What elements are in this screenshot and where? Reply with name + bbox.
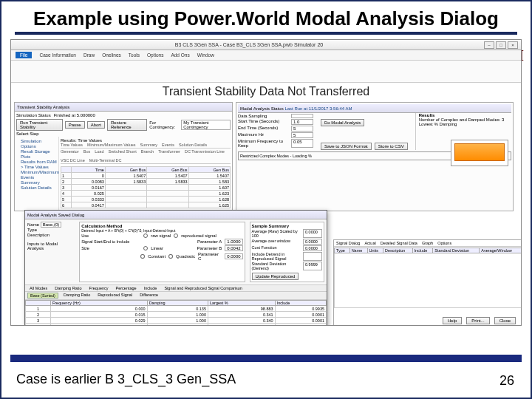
- ribbon-tab-draw[interactable]: Draw: [83, 52, 95, 58]
- ribbon-tab-case[interactable]: Case Information: [39, 52, 76, 58]
- modal-left-fields: Name Base,(0) Type Description Inputs to…: [27, 222, 75, 282]
- sim-status-label: Simulation Status: [16, 113, 51, 117]
- close-button[interactable]: ×: [508, 41, 518, 49]
- tree-item[interactable]: Summary: [16, 180, 57, 185]
- titlebar-text: B3 CLS 3Gen SSA - Case B3_CLS 3Gen SSA.p…: [14, 42, 484, 47]
- sample-summary-header: Sample Summary: [252, 224, 322, 228]
- modal-dialog-title: Modal Analysis Saved Dialog: [25, 211, 327, 219]
- ribbon-tabs: File Case Information Draw Onelines Tool…: [11, 50, 521, 61]
- powerworld-app-window: B3 CLS 3Gen SSA - Case B3_CLS 3Gen SSA.p…: [10, 39, 522, 326]
- timing-panel-title: Modal Analysis Status Last Run at 11/1/2…: [238, 104, 511, 113]
- modal-analysis-panel: Modal Analysis Status Last Run at 11/1/2…: [236, 102, 514, 211]
- timing-actions: Do Modal Analysis Save to JSON Format St…: [321, 113, 408, 150]
- tree-item[interactable]: Plots: [16, 154, 57, 159]
- for-contingency-label: For Contingency:: [149, 120, 179, 129]
- ribbon-body: [11, 61, 521, 83]
- signal-panel-tabs[interactable]: Signal DialogActualDetailed Signal DataG…: [334, 240, 522, 247]
- run-transient-button[interactable]: Run Transient Stability: [16, 119, 63, 131]
- signal-data-panel: Signal DialogActualDetailed Signal DataG…: [333, 239, 522, 326]
- select-step-label: Select Step: [15, 131, 232, 137]
- type-label: Type: [27, 228, 75, 232]
- close-panel-button[interactable]: Close: [494, 317, 516, 324]
- tree-item[interactable]: > Time Values: [16, 164, 57, 169]
- page-number: 26: [499, 373, 514, 389]
- ribbon-tab-addons[interactable]: Add Ons: [171, 52, 189, 58]
- lowest-damping: Lowest % Damping: [419, 122, 505, 126]
- bottom-accent-bar: [10, 355, 522, 362]
- tree-item[interactable]: Simulation: [16, 138, 57, 143]
- tree-item[interactable]: Events: [16, 174, 57, 180]
- modal-prefix-tabs[interactable]: All ModesDamping RatioFrequencyPercentag…: [25, 285, 327, 292]
- sim-status-value: Finished at 5.000000: [54, 113, 95, 117]
- tree-item[interactable]: Minimum/Maximum: [16, 169, 57, 174]
- store-csv-button[interactable]: Store to CSV: [375, 143, 408, 150]
- stability-panel-title: Transient Stability Analysis: [15, 103, 232, 112]
- abort-button[interactable]: Abort: [87, 121, 105, 129]
- title-underline: [15, 32, 517, 35]
- contingency-select[interactable]: My Transient Contingency: [181, 120, 231, 130]
- window-controls: – □ ×: [484, 41, 518, 49]
- tree-item[interactable]: Results from RAM: [16, 159, 57, 164]
- ribbon-tab-options[interactable]: Options: [147, 52, 163, 58]
- modal-results-table[interactable]: Frequency (Hz)DampingLargest %Include 10…: [25, 300, 327, 326]
- modal-result-tabs[interactable]: Base (Sorted)Damping RatioReproduced Sig…: [25, 292, 327, 300]
- modal-analysis-dialog: Modal Analysis Saved Dialog Name Base,(0…: [24, 210, 327, 326]
- print-button[interactable]: Print...: [466, 317, 489, 324]
- ribbon-tab-window[interactable]: Window: [197, 52, 214, 58]
- restore-ref-button[interactable]: Restore Reference: [107, 119, 147, 131]
- desc-label: Description: [27, 233, 75, 237]
- ribbon-tab-tools[interactable]: Tools: [129, 52, 140, 58]
- time-values-table[interactable]: TimeGen BusGen BusGen Bus101.54071.54071…: [61, 166, 231, 208]
- update-reproduced-button[interactable]: Update Reproduced: [252, 273, 299, 280]
- tree-item[interactable]: Result Storage: [16, 149, 57, 154]
- subtabs-row1[interactable]: Time ValuesMinimum/Maximum ValuesSummary…: [61, 143, 231, 149]
- do-modal-button[interactable]: Do Modal Analysis: [321, 119, 364, 126]
- calculation-method-box: Calculation Method Detrend Input = A + B…: [79, 222, 245, 282]
- detrend-expr: Detrend Input = A + B*t(0) + C*t(0)^2; I…: [81, 228, 242, 233]
- ribbon-tab-file[interactable]: File: [16, 52, 32, 58]
- minimize-button[interactable]: –: [484, 41, 494, 49]
- signal-table[interactable]: TypeNameUnitsDescriptionIncludeStandard …: [334, 248, 522, 308]
- slide-title: Example using Power.World Modal Analysis…: [1, 1, 531, 32]
- ribbon-tab-onelines[interactable]: Onelines: [102, 52, 121, 58]
- timing-title-prefix: Modal Analysis Status: [240, 106, 284, 111]
- tree-item[interactable]: Options: [16, 143, 57, 149]
- mode-preview-chart: [451, 140, 508, 166]
- maximize-button[interactable]: □: [496, 41, 506, 49]
- help-button[interactable]: Help: [443, 317, 462, 324]
- save-json-button[interactable]: Save to JSON Format: [321, 143, 372, 150]
- subtabs-row2[interactable]: GeneratorBusLoadSwitched ShuntBranchTran…: [61, 149, 231, 164]
- transfer-banner: Transient Stability Data Not Transferred: [11, 83, 521, 100]
- timing-title-time: Last Run at 11/1/2017 3:56:44 AM: [284, 106, 352, 111]
- name-label: Name: [27, 222, 39, 227]
- transient-stability-panel: Transient Stability Analysis Simulation …: [14, 102, 233, 211]
- slide-caption: Case is earlier B 3_CLS_3 Gen_SSA: [16, 372, 236, 387]
- sample-summary-box: Sample Summary Average (Raw) Scaled by 1…: [250, 222, 324, 282]
- pause-button[interactable]: Pause: [65, 121, 85, 129]
- app-titlebar: B3 CLS 3Gen SSA - Case B3_CLS 3Gen SSA.p…: [11, 40, 521, 50]
- timing-fields: Data SamplingStart Time (Seconds)1.0End …: [238, 113, 313, 150]
- inputs-label: Inputs to Modal Analysis: [27, 242, 75, 250]
- tree-item[interactable]: Solution Details: [16, 185, 57, 190]
- name-input[interactable]: Base,(0): [41, 222, 62, 228]
